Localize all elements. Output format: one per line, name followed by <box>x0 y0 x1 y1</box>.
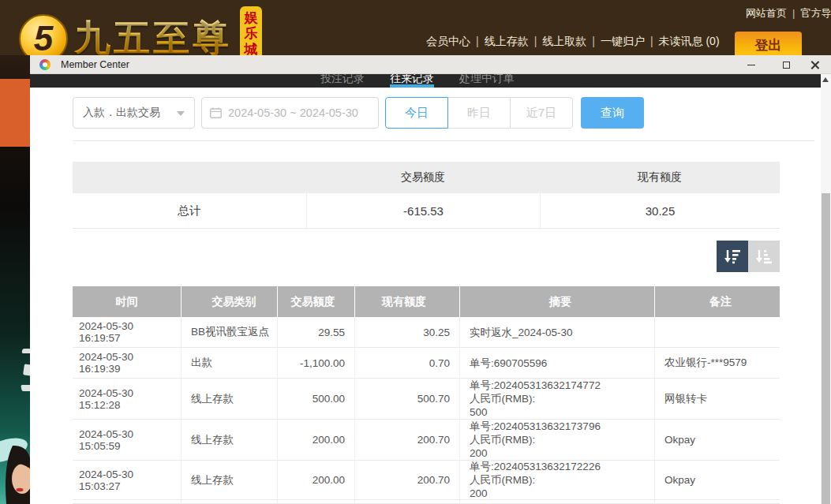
table-row: 2024-05-30 15:05:59 线上存款 200.00 200.70 单… <box>73 420 780 461</box>
cell-balance: 500.70 <box>355 379 460 419</box>
window-title: Member Center <box>61 59 129 70</box>
user-nav-messages[interactable]: 未读讯息 (0) <box>659 35 720 47</box>
sort-ascending-button[interactable] <box>748 241 780 272</box>
cell-balance: 30.25 <box>355 317 460 347</box>
cell-type: BB视讯骰宝返点 <box>182 317 278 347</box>
col-header-time: 时间 <box>73 286 182 317</box>
summary-header-balance: 现有额度 <box>540 162 780 193</box>
table-row: 2024-05-30 16:19:57 BB视讯骰宝返点 29.55 30.25… <box>73 317 780 348</box>
promo-model-image <box>0 424 32 504</box>
summary-total-balance: 30.25 <box>540 193 780 228</box>
col-header-amount: 交易额度 <box>278 286 355 317</box>
window-title-bar[interactable]: Member Center <box>30 55 831 74</box>
cell-time: 2024-05-30 16:19:39 <box>73 348 182 378</box>
summary-total-amount: -615.53 <box>306 193 540 228</box>
cell-amount: 500.00 <box>278 379 355 419</box>
cell-remark <box>655 317 780 347</box>
cell-time: 2024-05-30 15:05:59 <box>73 420 182 460</box>
window-controls <box>739 55 826 74</box>
cell-summary: 单号:690705596 <box>460 348 655 378</box>
cell-type: 出款 <box>182 348 278 378</box>
summary-total-label: 总计 <box>73 193 306 228</box>
tab-processing-orders[interactable]: 处理中订单 <box>459 74 515 87</box>
cell-time: 2024-05-30 15:12:28 <box>73 379 182 419</box>
col-header-type: 交易类别 <box>182 286 278 317</box>
summary-table: 交易额度 现有额度 总计 -615.53 30.25 <box>73 162 780 229</box>
date-range-input[interactable]: 2024-05-30 ~ 2024-05-30 <box>201 97 379 129</box>
summary-header-amount: 交易额度 <box>306 162 540 193</box>
today-button[interactable]: 今日 <box>385 97 448 129</box>
cell-remark: 网银转卡 <box>655 379 780 419</box>
sort-descending-button[interactable] <box>717 241 748 272</box>
type-select-value: 入款．出款交易 <box>83 106 160 120</box>
minimize-icon <box>747 65 755 65</box>
cell-balance: 200.70 <box>355 420 460 460</box>
app-color-wheel-icon <box>39 59 51 70</box>
cell-type: 线上存款 <box>182 461 278 499</box>
cell-amount: 200.00 <box>278 461 355 499</box>
cell-remark: 农业银行-***9579 <box>655 348 780 378</box>
user-nav-deposit[interactable]: 线上存款 <box>485 35 529 47</box>
divider <box>73 140 814 141</box>
records-table: 时间 交易类别 交易额度 现有额度 摘要 备注 2024-05-30 16:19… <box>73 286 780 504</box>
calendar-icon <box>210 107 222 118</box>
col-header-remark: 备注 <box>655 286 780 317</box>
top-nav-item[interactable]: 网站首页 <box>746 7 787 19</box>
maximize-icon <box>783 62 790 69</box>
tab-bar: 投注记录 往来记录 处理中订单 <box>30 74 821 88</box>
summary-header-row: 交易额度 现有额度 <box>73 162 780 193</box>
badge-char: 乐 <box>245 26 258 42</box>
cell-amount: -1,100.00 <box>278 348 355 378</box>
top-nav: 网站首页|官方导航 <box>746 6 831 21</box>
cell-amount: 200.00 <box>278 420 355 460</box>
cell-type: 线上存款 <box>182 379 278 419</box>
chevron-down-icon <box>177 111 185 116</box>
logout-button[interactable]: 登出 <box>735 32 802 58</box>
summary-total-row: 总计 -615.53 30.25 <box>73 193 780 229</box>
cell-amount: 29.55 <box>278 317 355 347</box>
quick-date-buttons: 今日 昨日 近7日 <box>385 97 573 129</box>
table-row: 2024-05-30 15:03:27 线上存款 200.00 200.70 单… <box>73 461 780 500</box>
cell-balance: 0.70 <box>355 348 460 378</box>
user-nav-one-key[interactable]: 一键归户 <box>601 35 645 47</box>
cell-summary: 单号:202405313632172226 人民币(RMB): 200 <box>460 461 655 499</box>
close-button[interactable] <box>803 55 826 74</box>
tab-betting-records[interactable]: 投注记录 <box>320 74 365 87</box>
scroll-up-arrow-icon[interactable] <box>822 77 829 82</box>
sort-amount-desc-icon <box>724 248 741 264</box>
cell-summary: 单号:202405313632174772 人民币(RMB): 500 <box>460 379 655 419</box>
window-scrollbar[interactable] <box>821 74 831 504</box>
cell-summary: 单号:202405313632173796 人民币(RMB): 200 <box>460 420 655 460</box>
minimize-button[interactable] <box>739 55 763 74</box>
close-icon <box>810 61 819 69</box>
date-range-value: 2024-05-30 ~ 2024-05-30 <box>228 106 358 119</box>
sort-buttons <box>717 241 780 272</box>
maximize-button[interactable] <box>774 55 798 74</box>
transaction-type-select[interactable]: 入款．出款交易 <box>73 97 195 129</box>
cell-remark: Okpay <box>655 461 780 499</box>
filter-row: 入款．出款交易 2024-05-30 ~ 2024-05-30 今日 昨日 近 <box>73 97 644 129</box>
table-row: 2024-05-30 15:12:28 线上存款 500.00 500.70 单… <box>73 379 780 420</box>
window-content: 入款．出款交易 2024-05-30 ~ 2024-05-30 今日 昨日 近 <box>30 88 821 504</box>
site-header: 5 九五至尊 娱 乐 城 网站首页|官方导航 会员中心|线上存款|线上取款|一键… <box>0 0 831 55</box>
user-nav-member-center[interactable]: 会员中心 <box>426 35 470 47</box>
top-nav-item[interactable]: 官方导航 <box>800 7 831 19</box>
screen: 5 九五至尊 娱 乐 城 网站首页|官方导航 会员中心|线上存款|线上取款|一键… <box>0 0 831 504</box>
user-nav-withdraw[interactable]: 线上取款 <box>542 35 586 47</box>
member-center-window: Member Center 投注记录 往来记录 处理中订单 入款． <box>30 55 831 504</box>
col-header-summary: 摘要 <box>460 286 655 317</box>
promo-banner-fragment <box>0 79 30 147</box>
cell-type: 线上存款 <box>182 420 278 460</box>
scrollbar-thumb[interactable] <box>822 193 830 504</box>
cell-time: 2024-05-30 15:03:27 <box>73 461 182 499</box>
table-row: 2024-05-30 16:19:39 出款 -1,100.00 0.70 单号… <box>73 348 780 379</box>
background-page-strip <box>0 55 32 504</box>
table-row-partial <box>73 500 780 504</box>
search-button[interactable]: 查询 <box>581 97 644 129</box>
sort-amount-asc-icon <box>755 248 773 264</box>
cell-summary: 实时返水_2024-05-30 <box>460 317 655 347</box>
yesterday-button[interactable]: 昨日 <box>447 97 511 129</box>
cell-time: 2024-05-30 16:19:57 <box>73 317 182 347</box>
last7days-button[interactable]: 近7日 <box>510 97 573 129</box>
records-header-row: 时间 交易类别 交易额度 现有额度 摘要 备注 <box>73 286 780 317</box>
